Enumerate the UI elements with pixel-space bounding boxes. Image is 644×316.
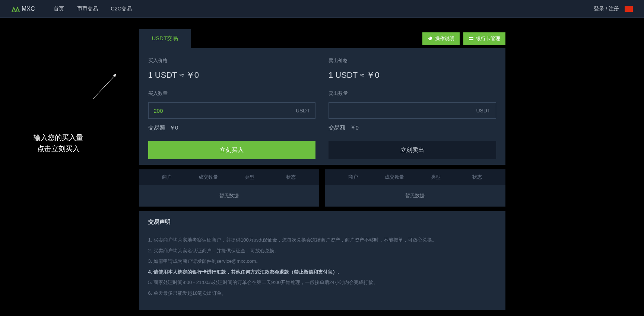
sell-qty-input-wrap[interactable]: USDT bbox=[329, 102, 496, 119]
bank-button[interactable]: 银行卡管理 bbox=[463, 32, 505, 45]
nav-home[interactable]: 首页 bbox=[54, 6, 64, 12]
decl-item-2: 2. 买卖商户均为实名认证商户，并提供保证金，可放心兑换。 bbox=[148, 246, 496, 256]
buy-price-label: 买入价格 bbox=[148, 57, 316, 64]
sell-price-label: 卖出价格 bbox=[329, 57, 496, 64]
sell-amount-label: 交易额 bbox=[329, 124, 345, 131]
annotation-text: 输入您的买入量 点击立刻买入 bbox=[34, 132, 83, 155]
th-qty: 成交数量 bbox=[374, 174, 415, 181]
th-type: 类型 bbox=[229, 174, 270, 181]
annotation-line2: 点击立刻买入 bbox=[34, 143, 83, 154]
header-right: 登录 / 注册 bbox=[594, 6, 633, 12]
declaration-list: 1. 买卖商户均为实地考察认证商户，并提供100万usdt保证金，您每次兑换会冻… bbox=[148, 235, 496, 299]
decl-item-4: 4. 请使用本人绑定的银行卡进行汇款，其他任何方式汇款都会退款（禁止微信和支付宝… bbox=[148, 267, 496, 278]
explain-button[interactable]: 操作说明 bbox=[422, 32, 460, 45]
sell-amount-value: ￥0 bbox=[350, 124, 359, 131]
buy-side: 买入价格 1 USDT ≈ ￥0 买入数量 USDT 交易额 ￥0 立刻买入 bbox=[145, 57, 320, 159]
th-status: 状态 bbox=[456, 174, 498, 181]
main-container: USDT交易 操作说明 银行卡管理 买入价格 1 USDT ≈ ￥0 买入数量 … bbox=[139, 29, 505, 310]
decl-item-6: 6. 单天最多只能发起10笔卖出订单。 bbox=[148, 288, 496, 299]
sell-table-empty: 暂无数据 bbox=[325, 185, 505, 207]
buy-table: 商户 成交数量 类型 状态 暂无数据 bbox=[139, 169, 320, 207]
svg-rect-1 bbox=[469, 38, 473, 39]
buy-button[interactable]: 立刻买入 bbox=[148, 141, 316, 159]
buy-qty-input[interactable] bbox=[154, 108, 296, 114]
decl-item-3: 3. 如需申请成为商户请发邮件到service@mxc.com。 bbox=[148, 256, 496, 267]
sell-qty-label: 卖出数量 bbox=[329, 90, 496, 97]
th-qty: 成交数量 bbox=[188, 174, 229, 181]
nav-c2c[interactable]: C2C交易 bbox=[111, 6, 132, 12]
sell-table: 商户 成交数量 类型 状态 暂无数据 bbox=[325, 169, 505, 207]
nav: 首页 币币交易 C2C交易 bbox=[54, 6, 132, 12]
buy-amount-label: 交易额 bbox=[148, 124, 165, 131]
sell-unit: USDT bbox=[476, 108, 490, 114]
buy-qty-label: 买入数量 bbox=[148, 90, 316, 97]
card-icon bbox=[469, 36, 474, 41]
trade-panel: 买入价格 1 USDT ≈ ￥0 买入数量 USDT 交易额 ￥0 立刻买入 卖… bbox=[139, 48, 505, 165]
bank-label: 银行卡管理 bbox=[476, 35, 500, 42]
buy-table-head: 商户 成交数量 类型 状态 bbox=[139, 169, 320, 185]
th-status: 状态 bbox=[270, 174, 312, 181]
logo[interactable]: MXC bbox=[11, 4, 35, 13]
annotation-arrow bbox=[93, 74, 116, 99]
sell-amount-row: 交易额 ￥0 bbox=[329, 124, 496, 131]
logo-icon bbox=[11, 4, 20, 13]
explain-label: 操作说明 bbox=[435, 35, 454, 42]
buy-unit: USDT bbox=[296, 108, 310, 114]
flag-icon[interactable] bbox=[625, 6, 633, 12]
annotation-line1: 输入您的买入量 bbox=[34, 132, 83, 143]
th-merchant: 商户 bbox=[332, 174, 374, 181]
login-link[interactable]: 登录 / 注册 bbox=[594, 6, 619, 12]
sell-table-head: 商户 成交数量 类型 状态 bbox=[325, 169, 505, 185]
topbar: USDT交易 操作说明 银行卡管理 bbox=[139, 29, 505, 48]
buy-amount-value: ￥0 bbox=[169, 124, 178, 131]
th-type: 类型 bbox=[415, 174, 456, 181]
th-merchant: 商户 bbox=[146, 174, 188, 181]
buy-qty-input-wrap[interactable]: USDT bbox=[148, 102, 316, 119]
nav-spot[interactable]: 币币交易 bbox=[77, 6, 98, 12]
buy-price-value: 1 USDT ≈ ￥0 bbox=[148, 70, 316, 81]
decl-item-5: 5. 商家处理时间9:00 - 21:00非处理时间的订单会在第二天9:00开始… bbox=[148, 277, 496, 288]
decl-item-1: 1. 买卖商户均为实地考察认证商户，并提供100万usdt保证金，您每次兑换会冻… bbox=[148, 235, 496, 246]
brand-text: MXC bbox=[22, 6, 35, 12]
declaration-title: 交易声明 bbox=[148, 218, 496, 226]
tab-usdt[interactable]: USDT交易 bbox=[139, 29, 191, 48]
buy-amount-row: 交易额 ￥0 bbox=[148, 124, 316, 131]
header: MXC 首页 币币交易 C2C交易 登录 / 注册 bbox=[0, 0, 644, 18]
buy-table-empty: 暂无数据 bbox=[139, 185, 320, 207]
sell-button[interactable]: 立刻卖出 bbox=[329, 141, 496, 159]
sell-price-value: 1 USDT ≈ ￥0 bbox=[329, 70, 496, 81]
sell-qty-input[interactable] bbox=[334, 108, 476, 114]
declaration-panel: 交易声明 1. 买卖商户均为实地考察认证商户，并提供100万usdt保证金，您每… bbox=[139, 211, 505, 310]
sell-side: 卖出价格 1 USDT ≈ ￥0 卖出数量 USDT 交易额 ￥0 立刻卖出 bbox=[325, 57, 500, 159]
tables-row: 商户 成交数量 类型 状态 暂无数据 商户 成交数量 类型 状态 暂无数据 bbox=[139, 169, 505, 207]
hand-icon bbox=[428, 36, 433, 41]
